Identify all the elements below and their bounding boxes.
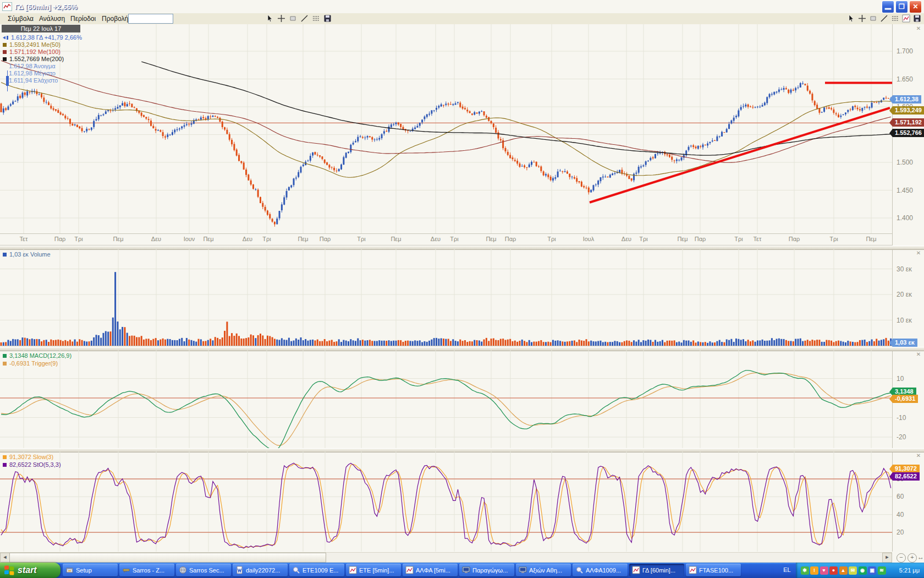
panel-close-button[interactable]: ✕ [915,351,922,358]
system-tray: ✱!♥●▲✉◉▣≋ 5:21 μμ [796,563,924,578]
date-label: Τρι [631,236,656,242]
chart-icon-right[interactable] [902,14,911,23]
date-label: Πεμ [106,236,130,242]
trendline-icon[interactable] [300,14,310,23]
update-icon[interactable]: ▲ [839,566,848,575]
axis-tick: -10 [897,414,906,422]
taskbar-item-9[interactable]: Αξιών Αθη... [516,564,571,576]
legend-row-1: 1.593,2491 Me(50) [3,41,61,48]
panel-close-button[interactable]: ✕ [915,25,922,32]
installer-icon [65,566,74,574]
menu-bar: ΣύμβολαΑνάλυσηΠερίοδοιΠροβολή [0,13,924,25]
save-icon[interactable] [323,14,333,23]
status-red-icon[interactable]: ● [829,566,838,575]
mail-icon[interactable]: ✉ [849,566,857,575]
pattern-icon[interactable] [312,14,321,23]
menu-0[interactable]: Σύμβολα [3,13,38,24]
windows-logo-icon [3,564,15,576]
scrollbar-thumb[interactable] [9,553,326,563]
crosshair-icon[interactable] [277,14,287,23]
fit-button[interactable]: ↔ [917,553,924,561]
axis-tick: 20 εκ [897,291,912,298]
select-box-icon-right[interactable] [869,14,878,23]
taskbar-item-3[interactable]: Sarros Sec... [176,564,231,576]
minimize-button[interactable]: ▁ [882,1,894,13]
axis-tick: 30 εκ [897,265,912,273]
chart-icon [405,566,414,574]
taskbar-item-11[interactable]: ΓΔ [60min]... [629,564,684,576]
menu-2[interactable]: Περίοδοι [66,13,100,24]
crosshair-icon-right[interactable] [858,14,867,23]
indicator-legend: 82,6522 StO(5,3,3) [3,461,61,468]
antivirus-status-icon[interactable]: ✱ [801,566,809,575]
scroll-right-button[interactable]: ► [882,553,892,563]
symbol-input[interactable] [128,14,173,24]
menu-3[interactable]: Προβολή [97,13,133,24]
taskbar-item-7[interactable]: ΑΛΦΑ [5mi... [403,564,458,576]
axis-tick: 1.700 [897,47,913,55]
taskbar-item-12[interactable]: FTASE100... [686,564,741,576]
indicator-legend: 91,3072 Slow(3) [3,454,53,460]
taskbar-item-10[interactable]: ΑΛΦΑ1009... [573,564,628,576]
menu-1[interactable]: Ανάλυση [35,13,69,24]
desktop: { "window": { "title": "ΓΔ [60min] +2,66… [0,0,924,578]
horizontal-scrollbar[interactable]: ◄ ► [0,552,892,563]
language-indicator[interactable]: EL [780,564,794,576]
close-button[interactable]: ✕ [909,1,922,13]
taskbar-item-6[interactable]: ETE [5min]... [346,564,401,576]
panel-close-button[interactable]: ✕ [915,250,922,257]
taskbar-clock: 5:21 μμ [899,563,920,578]
chart-area: 1.7001.6501.6001.5501.5001.4501.40030 εκ… [0,24,924,563]
network-monitor-icon[interactable]: ▣ [868,566,876,575]
taskbar-item-1[interactable]: Setup [63,564,118,576]
scanner-icon[interactable]: ◉ [859,566,867,575]
trendline-icon-right[interactable] [880,14,889,23]
value-flag: 1.552,766 [893,129,924,137]
legend-row-3: 1.552,7669 Me(200) [3,56,64,62]
select-box-icon[interactable] [289,14,298,23]
axis-tick: 60 [897,493,904,500]
security-alert-icon[interactable]: ! [810,566,818,575]
date-label: Πεμ [196,236,221,242]
date-label: Τρι [442,236,466,242]
cursor-date-header: Πεμ 22 Ιουλ 17 [2,25,80,32]
panel-close-button[interactable]: ✕ [915,452,922,459]
save-icon-right[interactable] [913,14,922,23]
taskbar-item-5[interactable]: ETE1009 E... [289,564,344,576]
magnifier-icon [292,566,300,574]
axis-tick: 10 [897,375,904,383]
legend-row-2: 1.571,192 Me(100) [3,48,61,55]
scroll-left-button[interactable]: ◄ [0,553,10,563]
macd-chart [0,350,892,448]
title-bar[interactable]: ΓΔ [60min] +2,66% ▁ ❐ ✕ [0,0,924,13]
taskbar-item-label: Setup [76,567,92,574]
taskbar-item-4[interactable]: daily22072... [233,564,288,576]
globe-icon [179,566,187,574]
start-button[interactable]: start [0,563,61,578]
zoom-out-button[interactable]: − [897,553,906,563]
magnifier-icon [575,566,584,574]
date-label: Τρι [349,236,373,242]
date-label: Τρι [67,236,91,242]
chart-icon [689,566,697,574]
connection-icon[interactable]: ≋ [878,566,886,575]
date-label: Τετ [12,236,36,242]
taskbar-item-8[interactable]: Παραγώγω... [459,564,514,576]
pointer-icon-right[interactable] [847,14,856,23]
restore-button[interactable]: ❐ [895,1,908,13]
date-label: Παρ [688,236,712,242]
chart-icon [632,566,640,574]
date-label: Πεμ [859,236,883,242]
volume-chart [0,249,892,347]
axis-tick: 10 εκ [897,317,912,324]
value-flag: 1,03 εκ [893,339,917,347]
value-flag: 82,6522 [893,472,920,481]
axis-tick: 1.650 [897,75,913,83]
zoom-in-button[interactable]: + [908,553,917,563]
pattern-icon-right[interactable] [891,14,900,23]
pointer-icon[interactable] [266,14,275,23]
messenger-icon[interactable]: ♥ [820,566,828,575]
taskbar-item-2[interactable]: Sarros - Z... [119,564,174,576]
indicator-legend: 3,1348 MACD(12,26,9) [3,352,72,359]
legend-row-0: 1.612,38 ΓΔ +41,79 2,66% [3,34,82,41]
